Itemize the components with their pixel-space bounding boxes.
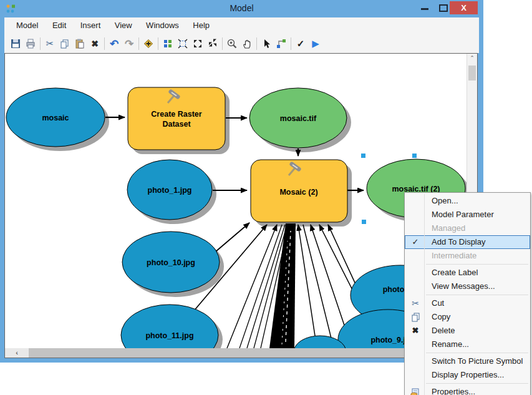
menu-item-create-label[interactable]: Create Label: [405, 266, 530, 280]
menu-insert[interactable]: Insert: [75, 17, 107, 34]
copy-icon: [409, 310, 422, 324]
fixed-zoom-in-button[interactable]: [190, 36, 205, 51]
undo-icon: ↶: [110, 37, 118, 51]
pan-button[interactable]: [239, 36, 254, 51]
menu-item-delete[interactable]: ✖Delete: [405, 324, 530, 338]
menu-separator: [426, 353, 528, 353]
vertical-scroll-thumb[interactable]: [468, 66, 476, 80]
toolbar-separator: [158, 37, 158, 50]
checkmark-icon: ✓: [409, 235, 422, 249]
print-button[interactable]: [23, 36, 38, 51]
zoom-in-button[interactable]: [225, 36, 239, 51]
fixed-zoom-out-icon: [207, 38, 218, 49]
screenshot-root: Model X Model Edit Insert View Windows H…: [0, 0, 532, 395]
scroll-up-icon[interactable]: ⌃: [467, 55, 477, 64]
menubar: Model Edit Insert View Windows Help: [4, 17, 479, 34]
node-label-crd-2: Dataset: [162, 120, 191, 129]
node-label-mosaic: mosaic: [42, 114, 69, 122]
node-photo-11[interactable]: [121, 305, 218, 348]
model-diagram: mosaic Create Raster Dataset mosaic.tif …: [5, 54, 467, 348]
menu-item-switch-to-picture-symbol[interactable]: Switch To Picture Symbol: [405, 354, 530, 368]
menu-help[interactable]: Help: [187, 17, 215, 34]
add-data-icon: [143, 38, 154, 49]
paste-icon: [74, 38, 85, 49]
horizontal-scrollbar[interactable]: ‹: [5, 348, 467, 358]
titlebar[interactable]: Model X: [0, 0, 483, 17]
menu-item-add-to-display[interactable]: ✓Add To Display: [405, 235, 530, 249]
node-label-photo-11: photo_11.jpg: [145, 331, 193, 340]
menu-item-properties[interactable]: Properties...: [405, 385, 530, 395]
fixed-zoom-out-button[interactable]: [205, 36, 220, 51]
menu-edit[interactable]: Edit: [47, 17, 72, 34]
redo-button[interactable]: ↷: [122, 36, 137, 51]
model-canvas[interactable]: mosaic Create Raster Dataset mosaic.tif …: [5, 54, 467, 348]
menu-view[interactable]: View: [109, 17, 138, 34]
menu-item-model-parameter[interactable]: Model Parameter: [405, 208, 530, 222]
node-label-photo-1: photo_1.jpg: [148, 186, 192, 195]
toolbar-separator: [222, 37, 223, 50]
full-extent-icon: [177, 38, 188, 49]
connect-tool-button[interactable]: [274, 36, 289, 51]
add-data-button[interactable]: [141, 36, 156, 51]
menu-item-view-messages[interactable]: View Messages...: [405, 280, 530, 293]
menu-item-rename[interactable]: Rename...: [405, 338, 530, 351]
menu-item-cut[interactable]: ✂Cut: [405, 296, 530, 310]
maximize-button[interactable]: [439, 4, 448, 12]
copy-button[interactable]: [57, 36, 72, 51]
toolbar-separator: [138, 37, 139, 50]
node-label-crd-1: Create Raster: [151, 110, 201, 119]
window-title: Model: [0, 3, 483, 13]
save-button[interactable]: [8, 36, 23, 51]
minimize-button[interactable]: [421, 8, 428, 10]
zoom-in-icon: [226, 38, 238, 49]
auto-layout-icon: [162, 38, 173, 49]
node-label-mosaic-tif: mosaic.tif: [280, 114, 317, 123]
menu-item-intermediate: Intermediate: [405, 249, 530, 263]
menu-item-managed: Managed: [405, 222, 530, 235]
save-icon: [10, 38, 21, 49]
close-button[interactable]: X: [450, 1, 478, 14]
delete-button[interactable]: ✖: [87, 36, 102, 51]
pan-hand-icon: [241, 38, 253, 49]
menu-separator: [426, 295, 528, 295]
menu-separator: [426, 383, 528, 384]
toolbar-separator: [256, 37, 257, 50]
print-icon: [25, 38, 36, 49]
menu-item-copy[interactable]: Copy: [405, 310, 530, 324]
undo-button[interactable]: ↶: [107, 36, 122, 51]
run-model-button[interactable]: ▶: [308, 36, 323, 51]
menu-separator: [426, 264, 528, 265]
delete-icon: ✖: [409, 324, 422, 338]
properties-icon: [409, 385, 422, 395]
cut-icon: ✂: [46, 38, 54, 49]
menu-windows[interactable]: Windows: [140, 17, 185, 34]
select-arrow-icon: [261, 38, 272, 49]
node-label-photo-10: photo_10.jpg: [147, 258, 195, 267]
auto-layout-button[interactable]: [160, 36, 175, 51]
toolbar-separator: [104, 37, 105, 50]
menu-item-open[interactable]: Open...: [405, 194, 530, 208]
paste-button[interactable]: [72, 36, 87, 51]
full-extent-button[interactable]: [175, 36, 190, 51]
scroll-left-icon[interactable]: ‹: [5, 348, 29, 358]
cut-button[interactable]: ✂: [42, 36, 57, 51]
horizontal-scroll-thumb[interactable]: [29, 348, 467, 358]
select-tool-button[interactable]: [259, 36, 274, 51]
toolbar-separator: [40, 37, 41, 50]
delete-icon: ✖: [91, 39, 99, 49]
toolbar: ✂ ✖ ↶ ↷ ✓ ▶: [4, 34, 479, 53]
toolbar-separator: [291, 37, 291, 50]
fixed-zoom-in-icon: [192, 38, 203, 49]
cut-icon: ✂: [409, 296, 422, 310]
validate-model-button[interactable]: ✓: [293, 36, 308, 51]
copy-icon: [59, 38, 70, 49]
connect-icon: [276, 38, 287, 49]
menu-model[interactable]: Model: [11, 17, 44, 34]
redo-icon: ↷: [125, 37, 133, 51]
validate-icon: ✓: [297, 38, 305, 49]
context-menu: Open... Model Parameter Managed ✓Add To …: [404, 192, 531, 395]
run-icon: ▶: [312, 38, 319, 49]
menu-item-display-properties[interactable]: Display Properties...: [405, 368, 530, 382]
node-label-mosaic-2: Mosaic (2): [279, 188, 317, 197]
